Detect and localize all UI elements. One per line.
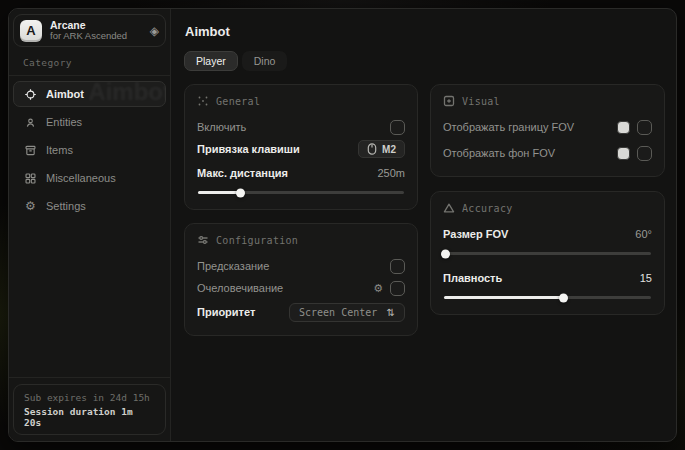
enable-checkbox[interactable]	[390, 120, 405, 135]
tab-bar: Player Dino	[184, 51, 665, 71]
fov-size-label: Размер FOV	[443, 228, 508, 240]
category-label: Category	[23, 57, 170, 68]
tab-dino[interactable]: Dino	[242, 51, 288, 71]
fov-bg-color-swatch[interactable]	[617, 147, 630, 160]
smoothness-row: Плавность 15	[443, 267, 652, 289]
general-panel: General Включить Привязка клавиши M2	[184, 84, 418, 210]
person-scan-icon	[24, 116, 37, 129]
smoothness-slider[interactable]	[444, 296, 651, 299]
frame-plus-icon	[443, 95, 455, 107]
slider-thumb[interactable]	[441, 249, 450, 258]
panel-title: Configuration	[216, 235, 298, 246]
panel-title: General	[216, 96, 260, 107]
visual-panel: Visual Отображать границу FOV Отображать…	[430, 84, 665, 177]
sliders-icon	[197, 234, 209, 246]
sidebar: A Arcane for ARK Ascended ◈ Category Aim…	[9, 9, 171, 441]
app-window: A Arcane for ARK Ascended ◈ Category Aim…	[8, 8, 677, 442]
footer-divider	[9, 377, 170, 378]
sidebar-item-label: Aimbot	[46, 88, 84, 100]
app-subtitle: for ARK Ascended	[50, 31, 142, 42]
max-distance-label: Макс. дистанция	[197, 167, 288, 179]
keybind-button[interactable]: M2	[358, 140, 405, 158]
fov-size-row: Размер FOV 60°	[443, 223, 652, 245]
sidebar-item-label: Miscellaneous	[46, 172, 116, 184]
session-duration-text: Session duration 1m 20s	[24, 406, 155, 428]
priority-row: Приоритет Screen Center ⇅	[197, 301, 405, 323]
panel-title: Accuracy	[462, 203, 513, 214]
humanization-row: Очеловечивание ⚙	[197, 277, 405, 299]
priority-selected-value: Screen Center	[299, 307, 377, 318]
sidebar-item-settings[interactable]: ⚙ Settings	[13, 193, 166, 219]
fov-border-color-swatch[interactable]	[617, 121, 630, 134]
subscription-card: Sub expires in 24d 15h Session duration …	[13, 384, 166, 435]
page-title: Aimbot	[185, 24, 665, 39]
sidebar-item-label: Entities	[46, 116, 82, 128]
sidebar-item-miscellaneous[interactable]: Miscellaneous	[13, 165, 166, 191]
smoothness-label: Плавность	[443, 272, 502, 284]
sidebar-item-label: Items	[46, 144, 73, 156]
sidebar-item-entities[interactable]: Entities	[13, 109, 166, 135]
humanization-checkbox[interactable]	[390, 281, 405, 296]
box-icon	[24, 144, 37, 157]
aperture-dots-icon	[197, 95, 209, 107]
compass-icon[interactable]: ◈	[150, 24, 159, 38]
keybind-value: M2	[382, 144, 396, 155]
max-distance-row: Макс. дистанция 250m	[197, 162, 405, 184]
fov-border-label: Отображать границу FOV	[443, 121, 574, 133]
grid-icon	[24, 172, 37, 185]
sidebar-nav: Aimbot Aimbot Entities Items Miscellane	[9, 76, 170, 224]
gear-icon: ⚙	[24, 200, 37, 213]
ghost-watermark: Aimbot	[88, 81, 166, 106]
humanization-settings-gear-icon[interactable]: ⚙	[373, 283, 383, 294]
brand-card: A Arcane for ARK Ascended ◈	[13, 14, 166, 47]
crosshair-icon	[24, 88, 37, 101]
prediction-row: Предсказание	[197, 255, 405, 277]
accuracy-panel: Accuracy Размер FOV 60° Плавность 15	[430, 191, 665, 315]
fov-bg-row: Отображать фон FOV	[443, 142, 652, 164]
main-content: Aimbot Player Dino General Включить	[171, 9, 676, 441]
app-logo: A	[20, 20, 42, 42]
sidebar-item-aimbot[interactable]: Aimbot Aimbot	[13, 81, 166, 107]
max-distance-value: 250m	[377, 167, 405, 179]
sidebar-item-items[interactable]: Items	[13, 137, 166, 163]
keybind-label: Привязка клавиши	[197, 143, 300, 155]
priority-label: Приоритет	[197, 306, 255, 318]
smoothness-value: 15	[640, 272, 652, 284]
slider-thumb[interactable]	[559, 293, 568, 302]
mouse-icon	[367, 143, 377, 155]
sub-expires-text: Sub expires in 24d 15h	[24, 392, 155, 403]
triangle-icon	[443, 202, 455, 214]
fov-border-row: Отображать границу FOV	[443, 116, 652, 138]
keybind-row: Привязка клавиши M2	[197, 138, 405, 160]
fov-size-value: 60°	[635, 228, 652, 240]
sidebar-item-label: Settings	[46, 200, 86, 212]
prediction-checkbox[interactable]	[390, 259, 405, 274]
max-distance-slider[interactable]	[198, 191, 404, 194]
prediction-label: Предсказание	[197, 260, 269, 272]
tab-player[interactable]: Player	[184, 51, 238, 71]
configuration-panel: Configuration Предсказание Очеловечивани…	[184, 223, 418, 336]
panel-title: Visual	[462, 96, 500, 107]
slider-thumb[interactable]	[236, 188, 245, 197]
fov-bg-checkbox[interactable]	[637, 146, 652, 161]
fov-bg-label: Отображать фон FOV	[443, 147, 555, 159]
unfold-arrows-icon: ⇅	[387, 307, 395, 318]
fov-size-slider[interactable]	[444, 252, 651, 255]
enable-row: Включить	[197, 116, 405, 138]
enable-label: Включить	[197, 121, 246, 133]
fov-border-checkbox[interactable]	[637, 120, 652, 135]
priority-select[interactable]: Screen Center ⇅	[289, 303, 405, 322]
humanization-label: Очеловечивание	[197, 282, 283, 294]
